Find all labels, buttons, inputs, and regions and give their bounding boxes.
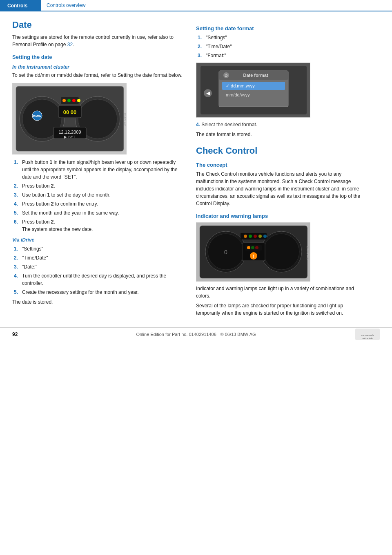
list-item: 1. "Settings" [12, 245, 184, 253]
list-item: 2. "Time/Date" [12, 254, 184, 262]
warning-lamps-text1: Indicator and warning lamps can light up… [196, 285, 368, 300]
date-format-image: ⊙ Date format ✓ dd.mm.yyyy mm/dd/yyyy ◀ [196, 63, 310, 118]
warning-lamps-image: 0 ! [196, 222, 310, 282]
footer: 92 Online Edition for Part no. 014029114… [0, 327, 392, 341]
concept-text: The Check Control monitors vehicle funct… [196, 170, 368, 207]
instrument-steps-list: 1. Push button 1 in the turn signal/high… [12, 159, 184, 233]
header-controls-overview-label: Controls overview [41, 0, 392, 11]
right-column: Setting the date format 1. "Settings" 2.… [196, 20, 368, 319]
list-item: 6. Press button 2.The system stores the … [12, 218, 184, 233]
svg-point-42 [255, 246, 258, 249]
svg-text:BMW: BMW [33, 114, 41, 118]
svg-point-16 [72, 99, 76, 102]
header-controls-label: Controls [0, 0, 41, 11]
content-area: Date The settings are stored for the rem… [0, 20, 392, 319]
svg-point-46 [244, 235, 247, 238]
the-concept-label: The concept [196, 162, 368, 168]
via-idrive-label: Via iDrive [12, 237, 184, 243]
list-item: 3. Use button 1 to set the day of the mo… [12, 191, 184, 199]
list-item: 2. Press button 2. [12, 182, 184, 190]
header-bar: Controls Controls overview [0, 0, 392, 11]
svg-text:✓ dd.mm.yyyy: ✓ dd.mm.yyyy [226, 83, 255, 88]
instrument-cluster-image: 00 00 12.12.2009 ▶ SET BMW BMW AG [12, 83, 127, 154]
page-number: 92 [12, 331, 18, 337]
footer-text: Online Edition for Part no. 01402911406 … [136, 332, 256, 337]
svg-point-37 [263, 234, 299, 270]
svg-point-14 [62, 99, 66, 102]
list-item: 4. Press button 2 to confirm the entry. [12, 200, 184, 208]
svg-point-15 [67, 99, 71, 102]
format-stored-text: The date format is stored. [196, 131, 368, 138]
svg-text:mm/dd/yyyy: mm/dd/yyyy [226, 92, 250, 97]
via-idrive-steps-list: 1. "Settings" 2. "Time/Date" 3. "Date:" … [12, 245, 184, 296]
list-item: 2. "Time/Date" [196, 43, 368, 50]
indicator-warning-label: Indicator and warning lamps [196, 213, 368, 219]
svg-point-41 [251, 246, 254, 249]
date-format-svg: ⊙ Date format ✓ dd.mm.yyyy mm/dd/yyyy ◀ [196, 63, 310, 118]
svg-text:⊙: ⊙ [225, 74, 228, 78]
instrument-cluster-desc: To set the dd/mm or mm/dd date format, r… [12, 72, 184, 79]
svg-point-40 [247, 246, 250, 249]
svg-point-47 [249, 235, 252, 238]
setting-the-date-label: Setting the date [12, 54, 184, 60]
svg-text:◀: ◀ [206, 90, 210, 96]
step4-text: 4. Select the desired format. [196, 121, 368, 128]
list-item: 5. Create the necessary settings for the… [12, 289, 184, 296]
svg-text:12.12.2009: 12.12.2009 [58, 130, 81, 134]
svg-point-50 [263, 235, 267, 238]
list-item: 1. Push button 1 in the turn signal/high… [12, 159, 184, 181]
intro-text: The settings are stored for the remote c… [12, 34, 184, 48]
in-instrument-cluster-label: In the instrument cluster [12, 64, 184, 70]
date-format-steps-list: 1. "Settings" 2. "Time/Date" 3. "Format:… [196, 34, 368, 59]
svg-text:Date format: Date format [243, 73, 268, 78]
svg-text:00 00: 00 00 [63, 109, 77, 115]
footer-logo: carmanuals online.info [355, 329, 380, 340]
list-item: 3. "Date:" [12, 263, 184, 271]
list-item: 4. Turn the controller until the desired… [12, 272, 184, 287]
list-item: 1. "Settings" [196, 34, 368, 41]
date-section-title: Date [12, 20, 184, 30]
carmanuals-logo: carmanuals online.info [355, 329, 380, 340]
warning-lamps-text2: Several of the lamps are checked for pro… [196, 302, 368, 317]
svg-text:BMW AG: BMW AG [306, 246, 310, 260]
left-column: Date The settings are stored for the rem… [12, 20, 184, 319]
list-item: 5. Set the month and the year in the sam… [12, 209, 184, 217]
date-stored-text: The date is stored. [12, 298, 184, 306]
svg-text:0: 0 [224, 249, 227, 255]
svg-point-48 [254, 235, 257, 238]
check-control-title: Check Control [196, 145, 368, 156]
svg-text:online.info: online.info [362, 337, 373, 340]
svg-point-49 [258, 235, 262, 238]
list-item: 3. "Format:" [196, 52, 368, 59]
svg-point-17 [77, 99, 80, 102]
svg-text:▶ SET: ▶ SET [64, 135, 76, 139]
svg-text:BMW AG: BMW AG [123, 113, 126, 127]
warning-lamps-svg: 0 ! [196, 222, 310, 282]
cluster-svg: 00 00 12.12.2009 ▶ SET BMW BMW AG [13, 83, 126, 154]
setting-date-format-label: Setting the date format [196, 25, 368, 31]
page-link[interactable]: 32 [67, 42, 73, 47]
svg-text:!: ! [253, 254, 254, 259]
svg-text:carmanuals: carmanuals [361, 334, 374, 336]
